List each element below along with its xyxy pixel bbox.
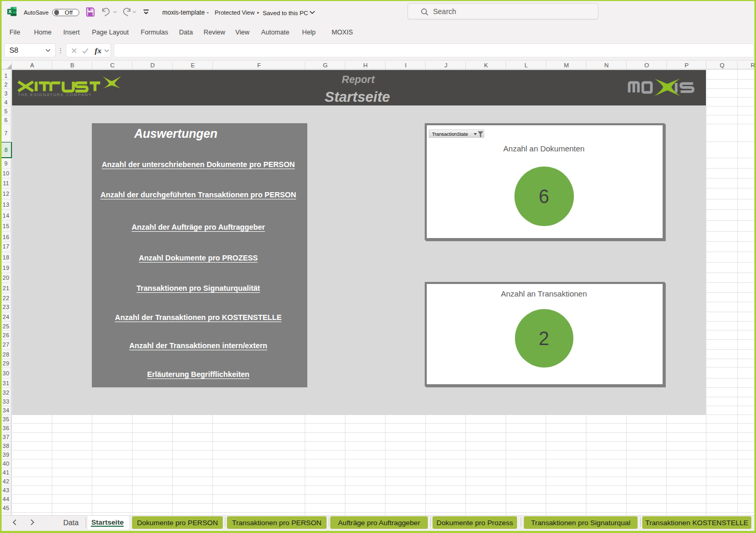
svg-text:THE ESIGNATURE COMPANY: THE ESIGNATURE COMPANY — [18, 92, 92, 97]
svg-text:X: X — [8, 8, 12, 14]
